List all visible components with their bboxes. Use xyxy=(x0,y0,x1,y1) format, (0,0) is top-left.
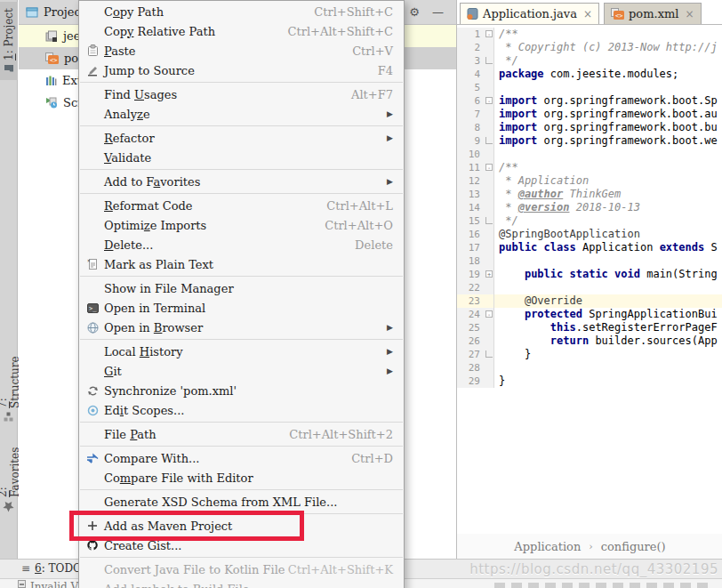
code-text xyxy=(494,361,722,375)
fold-marker-icon[interactable]: - xyxy=(485,164,493,171)
fold-marker-icon[interactable]: - xyxy=(485,310,493,318)
menu-item-delete[interactable]: Delete...Delete xyxy=(79,235,404,254)
code-text xyxy=(494,81,722,94)
hide-panel-icon[interactable]: — xyxy=(429,6,447,18)
menu-item-open-in-terminal[interactable]: >_Open in Terminal xyxy=(79,298,404,318)
menu-item-open-in-browser[interactable]: Open in Browser▶ xyxy=(79,318,404,337)
line-number: 29 xyxy=(457,375,485,388)
menu-item-generate-xsd-schema-from-xml-file[interactable]: Generate XSD Schema from XML File... xyxy=(79,492,404,511)
menu-item-label: Open in Terminal xyxy=(104,302,205,315)
breadcrumb-item-method[interactable]: configure() xyxy=(601,540,666,553)
fold-marker-icon[interactable] xyxy=(485,350,493,358)
line-number: 7 xyxy=(457,108,485,121)
line-number: 18 xyxy=(457,254,485,268)
menu-item-label: Delete... xyxy=(104,238,153,252)
editor-tab-pom-xml[interactable]: <>pom.xml× xyxy=(604,3,702,24)
menu-item-show-in-file-manager[interactable]: Show in File Manager xyxy=(79,278,404,298)
fold-marker-icon[interactable]: - xyxy=(485,30,493,37)
menu-item-local-history[interactable]: Local History▶ xyxy=(79,342,404,361)
code-line: 24- protected SpringApplicationBui xyxy=(457,308,722,321)
line-number: 25 xyxy=(457,321,485,334)
menu-item-mark-as-plain-text[interactable]: ×Mark as Plain Text xyxy=(79,254,404,274)
code-line: 29} xyxy=(457,375,722,388)
fold-gutter xyxy=(485,68,494,81)
editor-tab-bar: Application.java×<>pom.xml× xyxy=(457,0,722,25)
fold-marker-icon[interactable] xyxy=(485,137,493,144)
context-menu: Copy PathCtrl+Shift+CCopy Relative PathC… xyxy=(78,0,405,588)
menu-item-copy-path[interactable]: Copy PathCtrl+Shift+C xyxy=(79,2,404,21)
fold-marker-icon[interactable] xyxy=(485,217,493,224)
menu-separator xyxy=(80,82,403,83)
fold-marker-icon[interactable]: - xyxy=(485,97,493,104)
code-viewport[interactable]: 1-/**2 * Copyright (c) 2013-Now http://j… xyxy=(457,25,722,534)
menu-item-label: File Path xyxy=(104,428,156,441)
menu-item-synchronize-pom-xml[interactable]: Synchronize 'pom.xml' xyxy=(79,381,404,400)
menu-separator xyxy=(80,193,403,194)
code-line: 27 } xyxy=(457,348,722,361)
code-text: @SpringBootApplication xyxy=(494,228,722,241)
tool-window-tab-structure[interactable]: 7: Structure xyxy=(0,356,18,422)
tool-window-tab-favorites[interactable]: 2: Favorites xyxy=(0,447,18,511)
menu-item-paste[interactable]: PasteCtrl+V xyxy=(79,41,404,60)
breadcrumb-item-class[interactable]: Application xyxy=(514,540,581,553)
tool-window-tab-project[interactable]: 1: Project xyxy=(0,2,18,80)
code-line: 13 * @author ThinkGem xyxy=(457,188,722,201)
menu-item-git[interactable]: Git▶ xyxy=(79,361,404,381)
menu-item-file-path[interactable]: File PathCtrl+Alt+Shift+2 xyxy=(79,424,404,444)
menu-item-validate[interactable]: Validate xyxy=(79,148,404,167)
code-line: 6-import org.springframework.boot.Sp xyxy=(457,94,722,108)
menu-item-shortcut: F4 xyxy=(378,64,393,77)
menu-item-label: Local History xyxy=(104,345,183,358)
menu-item-edit-scopes[interactable]: Edit Scopes... xyxy=(79,400,404,420)
code-text: this.setRegisterErrorPageF xyxy=(494,321,722,334)
editor-tab-label: Application.java xyxy=(483,7,577,20)
code-text: */ xyxy=(494,214,722,228)
code-text xyxy=(494,148,722,161)
libraries-icon xyxy=(45,76,57,86)
menu-item-label: Validate xyxy=(104,151,151,165)
submenu-arrow-icon: ▶ xyxy=(387,177,393,186)
code-text: } xyxy=(494,375,722,388)
close-icon[interactable]: × xyxy=(685,8,694,20)
code-text: import org.springframework.boot.Sp xyxy=(494,94,722,108)
close-icon[interactable]: × xyxy=(583,8,592,20)
code-line: 22 xyxy=(457,281,722,294)
menu-item-compare-with[interactable]: Compare With...Ctrl+D xyxy=(79,448,404,468)
menu-item-analyze[interactable]: Analyze▶ xyxy=(79,104,404,124)
menu-item-shortcut: Ctrl+D xyxy=(351,452,393,465)
submenu-arrow-icon: ▶ xyxy=(387,133,393,142)
fold-gutter xyxy=(485,121,494,134)
menu-item-label: Show in File Manager xyxy=(104,282,234,295)
menu-item-refactor[interactable]: Refactor▶ xyxy=(79,128,404,148)
menu-item-label: Paste xyxy=(104,44,136,58)
line-number: 23 xyxy=(457,294,485,308)
code-text: */ xyxy=(494,54,722,68)
fold-marker-icon[interactable] xyxy=(485,57,493,64)
fold-gutter xyxy=(485,174,494,188)
editor-tab-application-java[interactable]: Application.java× xyxy=(460,3,599,24)
line-number: 22 xyxy=(457,281,485,294)
line-number: 17 xyxy=(457,241,485,254)
fold-gutter xyxy=(485,214,494,228)
fold-expand-icon[interactable]: + xyxy=(485,270,493,278)
code-text: public class Application extends S xyxy=(494,241,722,254)
menu-item-label: Compare With... xyxy=(104,452,200,465)
menu-item-copy-relative-path[interactable]: Copy Relative PathCtrl+Alt+Shift+C xyxy=(79,21,404,41)
line-number: 16 xyxy=(457,228,485,241)
menu-item-find-usages[interactable]: Find UsagesAlt+F7 xyxy=(79,85,404,104)
line-number: 5 xyxy=(457,81,485,94)
menu-item-add-to-favorites[interactable]: Add to Favorites▶ xyxy=(79,172,404,191)
code-line: 3 */ xyxy=(457,54,722,68)
menu-item-optimize-imports[interactable]: Optimize ImportsCtrl+Alt+O xyxy=(79,215,404,235)
menu-item-compare-file-with-editor[interactable]: Compare File with Editor xyxy=(79,468,404,487)
menu-item-jump-to-source[interactable]: Jump to SourceF4 xyxy=(79,60,404,80)
gear-icon[interactable]: ⚙ xyxy=(405,6,423,18)
svg-text:×: × xyxy=(87,258,91,263)
menu-item-reformat-code[interactable]: Reformat CodeCtrl+Alt+L xyxy=(79,196,404,215)
todo-tab[interactable]: ≡ 6: TODO xyxy=(21,562,82,575)
menu-item-label: Analyze xyxy=(104,108,150,121)
line-number: 28 xyxy=(457,361,485,375)
svg-text:>_: >_ xyxy=(89,305,97,312)
code-line: 2 * Copyright (c) 2013-Now http://j xyxy=(457,41,722,54)
plaintext-icon: × xyxy=(87,258,99,270)
